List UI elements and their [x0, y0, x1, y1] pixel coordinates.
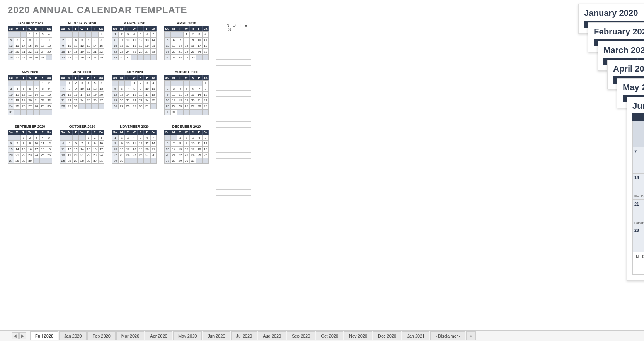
mini-calendar-title: FEBRUARY 2020 [60, 21, 104, 25]
notes-line [216, 72, 251, 78]
sheet-tab[interactable]: Jan 2021 [402, 331, 429, 340]
mini-day-cell: 1 [131, 80, 137, 86]
mini-day-header: M [118, 26, 124, 31]
mini-day-cell: 21 [92, 49, 98, 55]
sheet-tab[interactable]: Mar 2020 [116, 331, 144, 340]
mini-day-cell [144, 55, 150, 60]
month-sheet-title: April 2020 [613, 64, 644, 74]
mini-day-cell: 28 [14, 158, 20, 164]
day-cell[interactable]: 14Flag Day [632, 173, 644, 200]
mini-day-cell: 16 [190, 43, 196, 49]
mini-day-cell: 7 [92, 37, 98, 43]
mini-day-cell: 2 [118, 135, 124, 141]
mini-day-cell: 22 [112, 152, 118, 158]
mini-day-header: R [138, 26, 144, 31]
mini-day-cell: 27 [144, 49, 150, 55]
sheet-tab[interactable]: Oct 2020 [316, 331, 343, 340]
mini-day-cell: 3 [39, 31, 46, 37]
sheet-tab[interactable]: Nov 2020 [344, 331, 372, 340]
mini-day-cell: 6 [73, 141, 79, 146]
mini-day-header: T [177, 130, 183, 135]
mini-day-cell [170, 31, 177, 37]
mini-day-header: R [190, 75, 196, 80]
sheet-tab[interactable]: Jan 2020 [59, 331, 87, 340]
mini-day-cell: 13 [27, 92, 33, 98]
day-cell[interactable]: 21Father's Day [632, 200, 644, 226]
day-cell[interactable] [632, 121, 644, 147]
mini-calendar-title: OCTOBER 2020 [60, 125, 104, 129]
mini-day-cell: 1 [39, 80, 46, 86]
mini-day-cell: 24 [66, 55, 72, 60]
mini-day-cell: 20 [27, 98, 33, 103]
sheet-tab[interactable]: - Disclaimer - [430, 331, 465, 340]
mini-day-cell: 8 [39, 86, 46, 92]
mini-day-cell [203, 158, 209, 164]
tab-prev-icon[interactable]: ◀ [12, 332, 19, 339]
sheet-tab[interactable]: Full 2020 [30, 331, 58, 340]
sheet-tab[interactable]: Jul 2020 [231, 331, 257, 340]
mini-day-cell [8, 31, 14, 37]
tab-next-icon[interactable]: ▶ [19, 332, 26, 339]
mini-day-header: M [66, 26, 72, 31]
mini-calendar: SEPTEMBER 2020SuMTWRFSa12345678910111213… [8, 125, 52, 164]
mini-day-cell: 9 [164, 92, 170, 98]
mini-day-cell: 4 [150, 80, 157, 86]
mini-day-cell: 1 [112, 31, 118, 37]
mini-day-header: R [190, 130, 196, 135]
sheet-tab[interactable]: Aug 2020 [258, 331, 286, 340]
mini-calendar: FEBRUARY 2020SuMTWRFSa123456789101112131… [60, 21, 104, 60]
notes-line [216, 47, 251, 53]
mini-day-cell: 15 [85, 146, 92, 152]
day-cell[interactable]: 7 [632, 147, 644, 173]
mini-day-cell: 19 [92, 92, 98, 98]
mini-day-cell [79, 31, 85, 37]
sheet-tab[interactable]: Sep 2020 [287, 331, 315, 340]
mini-day-header: W [183, 130, 189, 135]
mini-day-header: W [131, 130, 137, 135]
month-sheet-title: January 2020 [584, 8, 644, 18]
page-title: 2020 ANNUAL CALENDAR TEMPLATE [8, 5, 187, 15]
mini-day-cell: 12 [138, 141, 144, 146]
mini-day-cell [14, 109, 20, 115]
mini-day-cell: 16 [164, 98, 170, 103]
mini-day-cell: 19 [66, 152, 72, 158]
mini-day-cell: 19 [138, 146, 144, 152]
sheet-tab[interactable]: May 2020 [173, 331, 202, 340]
mini-day-header: W [131, 26, 137, 31]
sheet-tab[interactable]: Apr 2020 [145, 331, 172, 340]
mini-day-cell: 11 [60, 146, 66, 152]
add-sheet-button[interactable]: + [466, 331, 475, 340]
mini-day-cell: 12 [138, 37, 144, 43]
mini-day-cell: 2 [118, 31, 124, 37]
mini-day-cell: 8 [203, 86, 209, 92]
sheet-tab[interactable]: Jun 2020 [203, 331, 230, 340]
notes-line [216, 115, 251, 122]
mini-day-cell: 3 [66, 37, 72, 43]
sheet-tab[interactable]: Feb 2020 [87, 331, 115, 340]
day-cell[interactable]: 28 [632, 226, 644, 252]
mini-day-cell [177, 80, 183, 86]
mini-day-cell: 10 [66, 43, 72, 49]
mini-day-cell: 28 [125, 103, 131, 109]
mini-day-cell: 14 [92, 43, 98, 49]
mini-day-cell [20, 31, 27, 37]
mini-day-cell: 20 [144, 43, 150, 49]
mini-day-cell [170, 135, 177, 141]
mini-day-cell: 20 [85, 49, 92, 55]
mini-day-cell: 19 [203, 146, 209, 152]
mini-day-cell: 29 [66, 103, 72, 109]
sheet-tab[interactable]: Dec 2020 [373, 331, 401, 340]
mini-day-cell: 17 [66, 49, 72, 55]
mini-day-cell: 11 [150, 86, 157, 92]
mini-day-cell: 10 [170, 92, 177, 98]
mini-day-cell: 26 [112, 103, 118, 109]
mini-day-header: T [177, 26, 183, 31]
mini-day-cell: 21 [196, 98, 202, 103]
mini-day-cell: 31 [125, 55, 131, 60]
mini-day-cell: 4 [203, 31, 209, 37]
mini-day-cell: 18 [14, 98, 20, 103]
mini-day-cell: 14 [33, 92, 39, 98]
mini-day-cell: 3 [144, 80, 150, 86]
notes-line [216, 140, 251, 146]
mini-day-cell: 14 [150, 37, 157, 43]
